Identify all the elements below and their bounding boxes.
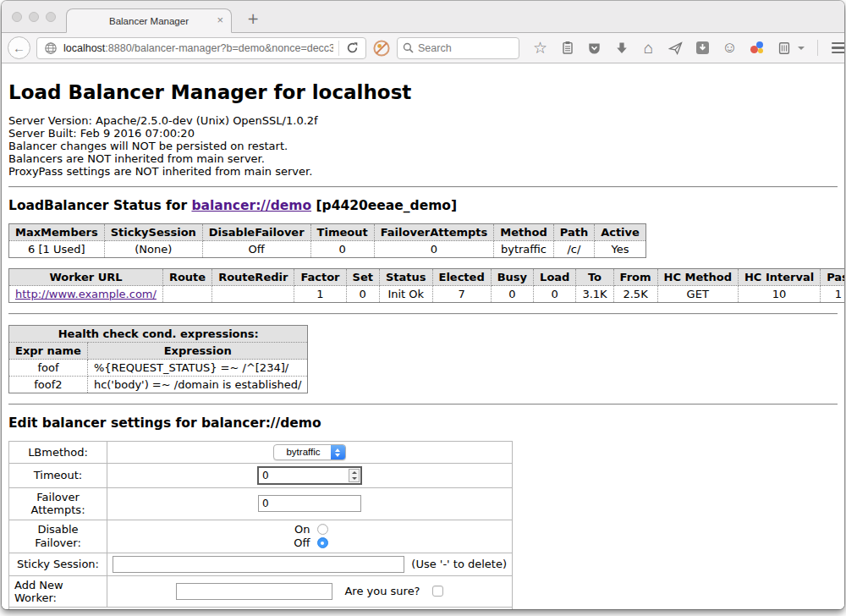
form-row: Add New Worker: Are you sure? xyxy=(9,575,513,608)
params-cell: bytraffic xyxy=(494,241,553,258)
table-row: foof2 hc('body') =~ /domain is establish… xyxy=(9,377,308,393)
expression-cell: %{REQUEST_STATUS} =~ /^[234]/ xyxy=(87,360,308,377)
content-block-icon[interactable] xyxy=(372,39,391,58)
disable-failover-on-option: On xyxy=(113,523,507,536)
form-row: Failover Attempts: xyxy=(9,488,513,520)
back-arrow-icon: ← xyxy=(13,41,25,55)
workers-cell: 7 xyxy=(432,286,491,303)
back-button[interactable]: ← xyxy=(8,36,30,59)
window-controls xyxy=(12,12,56,22)
workers-header-cell: HC Method xyxy=(657,269,738,286)
clipboard-icon[interactable] xyxy=(559,40,575,56)
workers-table: Worker URL Route RouteRedir Factor Set S… xyxy=(8,268,844,303)
workers-header-cell: RouteRedir xyxy=(212,269,294,286)
chat-smiley-icon[interactable]: ☺ xyxy=(722,40,738,56)
form-row: Sticky Session: (Use '-' to delete) xyxy=(9,553,513,575)
select-stepper-icon xyxy=(331,445,345,459)
workers-cell xyxy=(212,286,294,303)
page-content: Load Balancer Manager for localhost Serv… xyxy=(2,63,844,609)
lbmethod-label: LBmethod: xyxy=(9,442,107,464)
health-check-table: Health check cond. expressions: Expr nam… xyxy=(8,325,308,393)
window-close-button[interactable] xyxy=(12,12,22,22)
divider xyxy=(8,313,838,315)
toolbar-buttons: ☆ ⌂ ☺ xyxy=(532,40,844,56)
colored-dots-icon[interactable] xyxy=(749,40,765,56)
tab-close-icon[interactable]: × xyxy=(217,14,223,25)
workers-header-cell: HC Interval xyxy=(738,269,820,286)
form-row: Disable Failover: On Off xyxy=(9,520,513,553)
toolbar-separator xyxy=(817,40,818,56)
browser-window: Balancer Manager × + ← localhost:8880/ba… xyxy=(2,1,844,609)
container-icon[interactable] xyxy=(776,40,792,56)
params-header-cell: Active xyxy=(595,224,646,241)
disable-failover-off-radio[interactable] xyxy=(317,537,328,548)
tab-title: Balancer Manager xyxy=(109,16,189,26)
download-arrow-icon[interactable] xyxy=(613,40,629,56)
search-input[interactable] xyxy=(418,42,514,54)
workers-header-cell: Worker URL xyxy=(9,269,163,286)
workers-header-cell: Passes xyxy=(821,269,844,286)
bookmark-star-icon[interactable]: ☆ xyxy=(532,40,548,56)
worker-url-link[interactable]: http://www.example.com/ xyxy=(15,288,157,300)
params-header-cell: FailoverAttempts xyxy=(374,224,494,241)
params-header-cell: Method xyxy=(494,224,553,241)
params-cell: Yes xyxy=(595,241,646,258)
workers-header-cell: Status xyxy=(379,269,432,286)
add-worker-input[interactable] xyxy=(176,583,332,600)
url-bar[interactable]: localhost:8880/balancer-manager?b=demo&n… xyxy=(36,37,366,59)
table-header-row: MaxMembers StickySession DisableFailover… xyxy=(9,224,646,241)
workers-cell: 1 xyxy=(294,286,346,303)
disable-failover-on-radio[interactable] xyxy=(317,524,328,535)
params-header-cell: MaxMembers xyxy=(9,224,105,241)
balancer-demo-link[interactable]: balancer://demo xyxy=(191,198,311,213)
balancer-status-heading: LoadBalancer Status for balancer://demo … xyxy=(8,198,838,213)
search-bar[interactable] xyxy=(397,37,519,59)
workers-header-cell: Elected xyxy=(432,269,491,286)
sticky-session-label: Sticky Session: xyxy=(9,553,107,575)
edit-settings-heading: Edit balancer settings for balancer://de… xyxy=(8,415,838,431)
tab-balancer-manager[interactable]: Balancer Manager × xyxy=(66,8,232,33)
page-title: Load Balancer Manager for localhost xyxy=(8,80,838,104)
reload-icon[interactable] xyxy=(344,40,360,56)
params-cell: 0 xyxy=(374,241,494,258)
url-path: :8880/balancer-manager?b=demo&nonce=decc… xyxy=(105,42,333,54)
are-you-sure-checkbox[interactable] xyxy=(432,586,443,597)
home-icon[interactable]: ⌂ xyxy=(640,40,656,56)
health-table-title: Health check cond. expressions: xyxy=(9,326,308,343)
send-icon[interactable] xyxy=(667,40,684,56)
table-header-row: Worker URL Route RouteRedir Factor Set S… xyxy=(9,269,845,286)
timeout-input[interactable] xyxy=(257,466,362,485)
navigation-toolbar: ← localhost:8880/balancer-manager?b=demo… xyxy=(2,33,844,63)
workers-cell: Init Ok xyxy=(379,286,432,303)
failover-attempts-input[interactable] xyxy=(258,495,361,512)
divider xyxy=(8,404,838,405)
lbmethod-selected-value: bytraffic xyxy=(274,445,330,459)
pocket-icon[interactable] xyxy=(586,40,602,56)
window-minimize-button[interactable] xyxy=(29,12,39,22)
table-row: 6 [1 Used] (None) Off 0 0 bytraffic /c/ … xyxy=(9,241,646,258)
workers-header-cell: Factor xyxy=(294,269,346,286)
new-tab-button[interactable]: + xyxy=(243,12,263,26)
workers-cell: 3.1K xyxy=(576,286,613,303)
workers-cell: 2.5K xyxy=(613,286,657,303)
workers-header-cell: Busy xyxy=(491,269,533,286)
timeout-label: Timeout: xyxy=(9,464,107,488)
url-divider xyxy=(338,41,339,56)
window-zoom-button[interactable] xyxy=(46,12,56,22)
number-spinner-icon[interactable] xyxy=(349,469,360,482)
radio-off-label: Off xyxy=(292,536,310,550)
sticky-session-input[interactable] xyxy=(113,556,404,573)
balancer-params-table: MaxMembers StickySession DisableFailover… xyxy=(8,223,646,258)
url-text: localhost:8880/balancer-manager?b=demo&n… xyxy=(63,42,333,54)
worker-url-cell: http://www.example.com/ xyxy=(9,286,163,303)
lbmethod-select[interactable]: bytraffic xyxy=(273,444,345,460)
expr-name-cell: foof xyxy=(9,360,88,377)
chevron-down-icon[interactable] xyxy=(798,47,805,50)
downloads-panel-icon[interactable] xyxy=(695,40,711,56)
workers-header-cell: Route xyxy=(162,269,212,286)
server-version: Server Version: Apache/2.5.0-dev (Unix) … xyxy=(8,114,838,127)
form-row: Timeout: xyxy=(9,464,513,488)
hamburger-menu-icon[interactable] xyxy=(831,40,844,56)
heading-prefix: LoadBalancer Status for xyxy=(8,198,191,213)
params-cell: 6 [1 Used] xyxy=(9,241,105,258)
